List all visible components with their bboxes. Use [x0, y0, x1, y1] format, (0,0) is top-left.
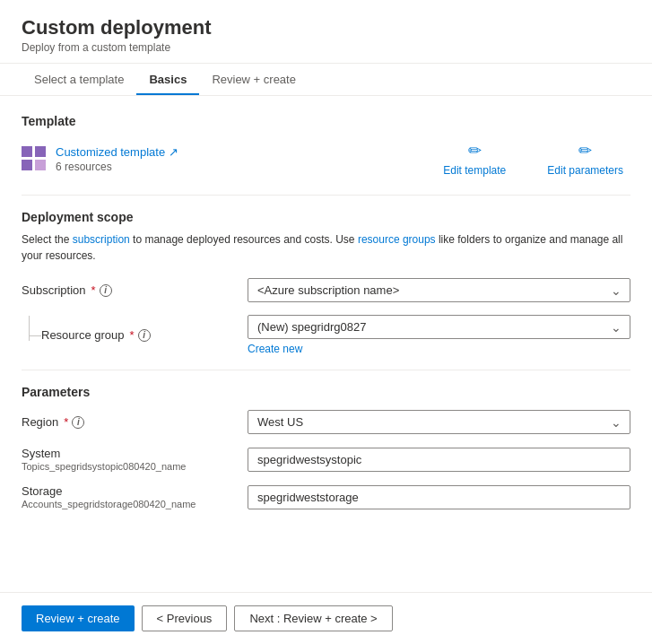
storage-row: Storage Accounts_spegridstorage080420_na…	[22, 484, 630, 509]
subscription-label-col: Subscription * i	[22, 283, 237, 297]
resource-group-required: *	[130, 328, 135, 342]
scope-description: Select the subscription to manage deploy…	[22, 231, 630, 264]
tab-select-template[interactable]: Select a template	[22, 64, 136, 95]
template-actions: ✏ Edit template ✏ Edit parameters	[436, 137, 630, 180]
pencil-icon-params: ✏	[578, 141, 592, 161]
resource-group-control: (New) spegridrg0827 Create new	[248, 315, 630, 355]
storage-input[interactable]	[248, 485, 630, 509]
template-resources: 6 resources	[56, 161, 178, 173]
page-header: Custom deployment Deploy from a custom t…	[0, 0, 652, 64]
subscription-row: Subscription * i <Azure subscription nam…	[22, 278, 630, 302]
subscription-select-wrapper: <Azure subscription name>	[248, 278, 630, 302]
template-name-link[interactable]: Customized template ↗	[56, 145, 178, 159]
page-container: Custom deployment Deploy from a custom t…	[0, 0, 652, 644]
region-select-wrapper: West US	[248, 410, 630, 434]
system-row: System Topics_spegridsystopic080420_name	[22, 447, 630, 472]
system-label-col: System Topics_spegridsystopic080420_name	[22, 447, 237, 472]
subscription-select[interactable]: <Azure subscription name>	[248, 278, 630, 302]
resource-group-select[interactable]: (New) spegridrg0827	[248, 315, 630, 339]
next-button[interactable]: Next : Review + create >	[234, 605, 392, 631]
edit-parameters-button[interactable]: ✏ Edit parameters	[540, 137, 630, 180]
main-content: Template Customized template ↗ 6 resourc…	[0, 96, 652, 592]
section-divider-1	[22, 195, 630, 196]
resource-groups-link[interactable]: resource groups	[358, 233, 436, 246]
resource-group-row: Resource group * i (New) spegridrg0827 C…	[22, 315, 630, 355]
subscription-control: <Azure subscription name>	[248, 278, 630, 302]
resource-group-select-wrapper: (New) spegridrg0827	[248, 315, 630, 339]
template-left: Customized template ↗ 6 resources	[22, 145, 178, 173]
template-icon	[22, 146, 47, 171]
page-subtitle: Deploy from a custom template	[22, 41, 630, 54]
storage-control	[248, 485, 630, 509]
region-required: *	[64, 415, 68, 429]
subscription-info-icon[interactable]: i	[100, 284, 112, 297]
storage-label-col: Storage Accounts_spegridstorage080420_na…	[22, 484, 237, 509]
resource-group-label-col: Resource group * i	[22, 328, 237, 342]
create-new-link[interactable]: Create new	[248, 343, 630, 355]
region-label-col: Region * i	[22, 415, 237, 429]
subscription-required: *	[91, 283, 96, 297]
template-icon-cell-4	[35, 160, 46, 170]
system-input[interactable]	[248, 448, 630, 472]
pencil-icon-template: ✏	[468, 141, 482, 161]
section-divider-2	[22, 370, 630, 370]
tab-review-create[interactable]: Review + create	[199, 64, 309, 95]
system-control	[248, 448, 630, 472]
previous-button[interactable]: < Previous	[142, 605, 228, 631]
tab-basics[interactable]: Basics	[136, 64, 199, 95]
edit-template-button[interactable]: ✏ Edit template	[436, 137, 513, 180]
page-footer: Review + create < Previous Next : Review…	[0, 592, 652, 644]
page-title: Custom deployment	[22, 16, 630, 39]
resource-group-info-icon[interactable]: i	[138, 329, 151, 342]
tabs-bar: Select a template Basics Review + create	[0, 64, 652, 96]
subscription-link[interactable]: subscription	[73, 233, 130, 246]
deployment-scope-heading: Deployment scope	[22, 210, 630, 224]
template-info: Customized template ↗ 6 resources	[56, 145, 178, 173]
template-icon-cell-1	[22, 146, 32, 157]
template-icon-cell-2	[35, 146, 46, 157]
parameters-heading: Parameters	[22, 385, 630, 399]
region-info-icon[interactable]: i	[72, 416, 84, 429]
review-create-button[interactable]: Review + create	[22, 605, 135, 631]
template-row: Customized template ↗ 6 resources ✏ Edit…	[22, 137, 630, 180]
region-row: Region * i West US	[22, 410, 630, 434]
template-section-label: Template	[22, 114, 630, 128]
region-select[interactable]: West US	[248, 410, 630, 434]
template-icon-cell-3	[22, 160, 32, 170]
region-control: West US	[248, 410, 630, 434]
